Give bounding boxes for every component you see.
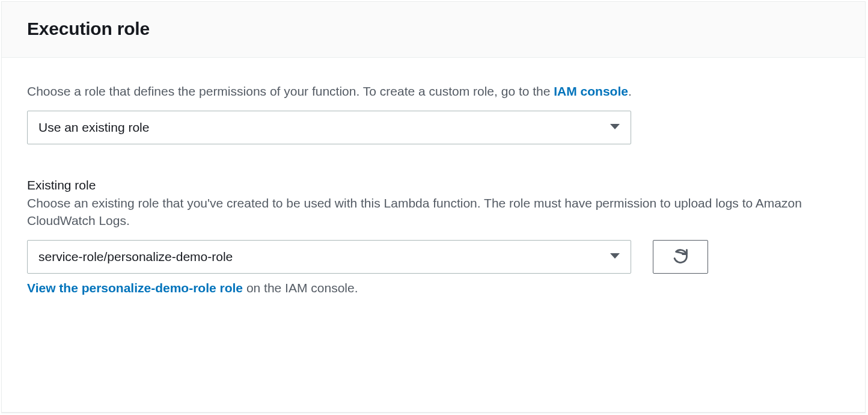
panel-header: Execution role	[2, 2, 865, 58]
role-choice-select[interactable]: Use an existing role	[27, 111, 631, 144]
footer-line: View the personalize-demo-role role on t…	[27, 281, 840, 295]
intro-text: Choose a role that defines the permissio…	[27, 83, 840, 100]
panel-body: Choose a role that defines the permissio…	[2, 58, 865, 321]
execution-role-panel: Execution role Choose a role that define…	[1, 1, 866, 413]
view-role-link[interactable]: View the personalize-demo-role role	[27, 281, 243, 295]
panel-title: Execution role	[27, 19, 840, 39]
existing-role-description: Choose an existing role that you've crea…	[27, 195, 833, 229]
intro-suffix: .	[628, 84, 632, 98]
footer-suffix: on the IAM console.	[243, 281, 358, 295]
refresh-icon	[672, 248, 689, 266]
role-choice-value: Use an existing role	[27, 111, 631, 144]
existing-role-select[interactable]: service-role/personalize-demo-role	[27, 240, 631, 274]
refresh-button[interactable]	[653, 240, 708, 274]
existing-role-label: Existing role	[27, 178, 840, 192]
spacer	[27, 144, 840, 178]
existing-role-value: service-role/personalize-demo-role	[27, 240, 631, 274]
iam-console-link[interactable]: IAM console	[554, 84, 628, 98]
existing-role-row: service-role/personalize-demo-role	[27, 240, 840, 274]
intro-prefix: Choose a role that defines the permissio…	[27, 84, 554, 98]
